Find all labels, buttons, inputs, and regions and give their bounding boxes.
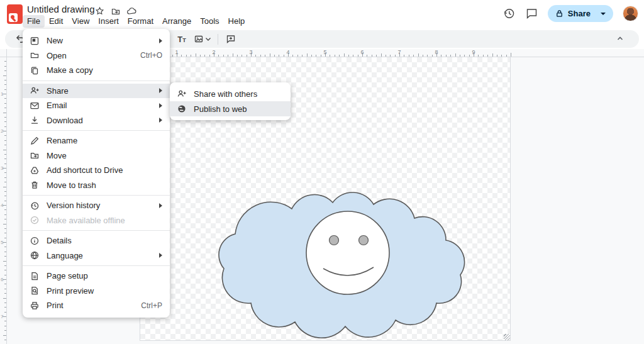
smiley-cloud-drawing[interactable] [216,180,471,339]
menu-item-download[interactable]: Download [23,113,170,128]
ruler-tick [3,150,6,150]
ruler-tick [181,55,182,57]
pencil-icon [30,136,40,146]
ruler-tick [4,307,6,308]
ruler-tick [4,312,6,313]
ruler-tick [4,172,6,173]
menu-item-move-to-trash[interactable]: Move to trash [23,178,170,193]
menu-item-make-a-copy[interactable]: Make a copy [23,63,170,78]
ruler-tick [395,55,396,57]
menubar-item-help[interactable]: Help [224,15,250,28]
menubar-item-arrange[interactable]: Arrange [158,15,196,28]
ruler-tick [4,219,6,219]
menu-item-new[interactable]: New [23,33,170,48]
ruler-tick [4,98,6,99]
menu-item-details[interactable]: Details [23,233,170,248]
ruler-tick [501,55,502,57]
ruler-tick [218,55,219,57]
menu-item-version-history[interactable]: Version history [23,198,170,213]
ruler-tick [4,196,6,196]
ruler-tick [4,275,6,275]
menubar-item-format[interactable]: Format [123,15,158,28]
menu-item-open[interactable]: OpenCtrl+O [23,48,170,64]
ruler-number: 2 [212,49,215,55]
menu-item-page-setup[interactable]: Page setup [23,269,170,284]
menu-item-publish-to-web[interactable]: Publish to web [170,101,291,116]
share-dropdown-caret-icon[interactable] [601,13,606,15]
ruler-tick [4,80,6,80]
cloud-right-eye[interactable] [359,236,369,245]
application-header: Untitled drawing FileEditViewInsertForma… [0,0,644,29]
google-drawings-logo[interactable] [7,4,23,24]
ruler-tick [339,55,340,57]
submenu-arrow-icon [159,38,162,43]
ruler-tick [172,55,173,57]
share-button[interactable]: Share [548,5,613,22]
insert-image-button[interactable] [193,33,211,45]
ruler-tick [390,55,391,57]
cloud-face[interactable] [306,211,389,294]
menu-item-label: Page setup [47,271,162,280]
menubar-item-edit[interactable]: Edit [45,15,67,28]
ruler-tick [4,330,6,331]
ruler-tick [200,55,201,57]
download-icon [30,115,40,125]
menu-item-share-with-others[interactable]: Share with others [170,86,291,101]
ruler-tick [4,326,6,326]
menu-item-add-shortcut-to-drive[interactable]: Add shortcut to Drive [23,163,170,178]
menu-item-label: Print preview [47,286,162,296]
ruler-tick [432,55,433,57]
ruler-tick [4,265,6,266]
text-box-button[interactable]: TT [176,33,187,45]
menu-item-label: Download [47,116,159,125]
menu-item-label: Details [47,236,162,245]
ruler-tick [4,117,6,118]
version-history-button[interactable] [502,7,516,20]
ruler-tick [404,55,404,57]
menu-item-move[interactable]: Move [23,148,170,164]
ruler-tick [4,302,6,303]
drive-add-icon [30,165,40,175]
menu-item-print-preview[interactable]: Print preview [23,284,170,299]
comment-icon [525,7,538,20]
ruler-tick [265,55,265,57]
ruler-tick [186,55,187,57]
ruler-tick [321,55,321,57]
menu-separator [23,265,170,266]
menubar-item-view[interactable]: View [67,15,94,28]
cloud-left-eye[interactable] [330,236,339,245]
menubar-item-tools[interactable]: Tools [196,15,223,28]
ruler-tick [4,70,6,71]
ruler-tick [204,55,205,57]
user-avatar[interactable] [623,6,638,21]
insert-comment-icon [226,34,236,44]
ruler-tick [464,55,465,57]
menu-item-rename[interactable]: Rename [23,133,170,148]
ruler-tick [3,298,6,299]
menu-item-language[interactable]: Language [23,248,170,264]
ruler-tick [367,55,367,57]
menu-item-make-available-offline[interactable]: Make available offline [23,213,170,228]
collapse-toolbar-button[interactable] [615,33,626,45]
ruler-tick [191,55,191,57]
menu-item-email[interactable]: Email [23,98,170,113]
ruler-tick [274,55,275,57]
open-comments-button[interactable] [525,7,538,20]
ruler-number: 4 [1,203,3,208]
vertical-ruler: 1234567 [0,49,7,344]
offline-check-icon [30,215,40,225]
menu-item-print[interactable]: PrintCtrl+P [23,298,170,313]
menubar-item-file[interactable]: File [23,15,45,28]
menu-item-label: Version history [47,201,159,210]
menu-item-share[interactable]: Share [23,84,170,99]
menubar-item-insert[interactable]: Insert [94,15,123,28]
insert-image-icon [194,34,204,44]
page-setup-icon [30,271,40,281]
submenu-arrow-icon [159,253,162,258]
page-resize-handle[interactable] [504,334,510,340]
menu-item-label: Open [47,51,140,60]
ruler-tick [3,187,6,187]
folder-open-icon [30,50,40,60]
insert-comment-button[interactable] [225,33,236,45]
document-title[interactable]: Untitled drawing [27,4,95,14]
